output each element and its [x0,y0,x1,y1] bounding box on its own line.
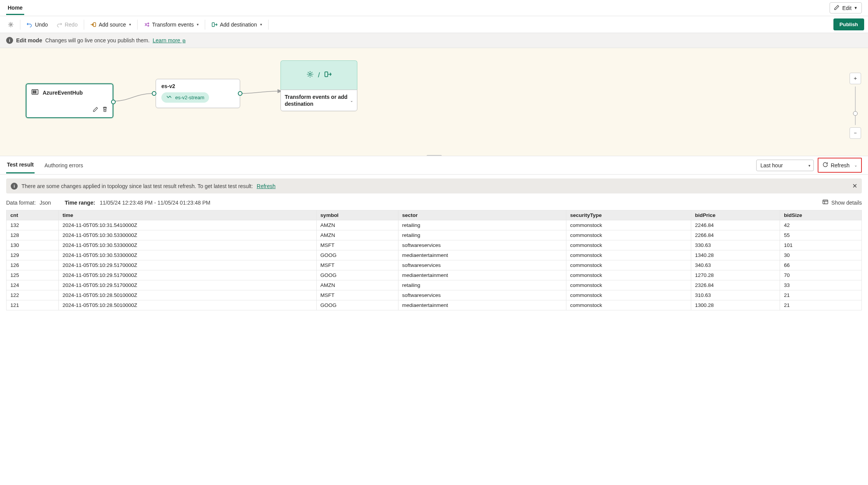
node-output-port[interactable] [238,91,242,96]
zoom-in-button[interactable]: ＋ [850,73,861,84]
table-cell: 2024-11-05T05:10:30.5330000Z [58,250,316,260]
table-cell: commonstock [566,290,691,300]
gear-icon [306,70,314,80]
chevron-down-icon[interactable]: ⌄ [350,98,353,103]
table-cell: 2024-11-05T05:10:31.5410000Z [58,220,316,230]
table-cell: GOOG [316,270,398,280]
table-cell: 2024-11-05T05:10:28.5010000Z [58,300,316,310]
svg-rect-13 [823,200,828,204]
table-cell: softwareservices [398,260,566,270]
undo-button[interactable]: Undo [23,19,51,30]
table-cell: MSFT [316,290,398,300]
svg-rect-6 [32,90,38,94]
zoom-thumb[interactable] [853,111,858,116]
node-stream-esv2[interactable]: es-v2 es-v2-stream [156,79,240,108]
separator [268,20,269,30]
edit-dropdown[interactable]: Edit ▼ [830,2,862,13]
results-panel: Test result Authoring errors Last hour R… [0,156,868,485]
svg-point-11 [309,73,312,75]
add-source-button[interactable]: Add source ▾ [86,19,135,30]
node-source-azureeventhub[interactable]: AzureEventHub [26,83,113,118]
tab-authoring-errors[interactable]: Authoring errors [44,158,84,173]
top-tab-bar: Home Edit ▼ [0,0,868,16]
publish-button[interactable]: Publish [833,18,864,30]
table-cell: 33 [780,280,862,290]
table-row[interactable]: 1222024-11-05T05:10:28.5010000ZMSFTsoftw… [7,290,862,300]
edit-dropdown-label: Edit [842,5,851,11]
add-source-label: Add source [99,22,126,28]
eventhub-icon [31,88,39,97]
table-cell: commonstock [566,230,691,240]
resize-handle[interactable] [427,155,442,156]
svg-rect-4 [212,23,214,27]
node-destination-placeholder[interactable]: / Transform events or add destination ⌄ [280,60,357,111]
infobar-message: Changes will go live once you publish th… [45,37,150,43]
table-row[interactable]: 1212024-11-05T05:10:28.5010000ZGOOGmedia… [7,300,862,310]
column-header[interactable]: symbol [316,210,398,220]
table-cell: 2024-11-05T05:10:29.5170000Z [58,270,316,280]
table-row[interactable]: 1322024-11-05T05:10:31.5410000ZAMZNretai… [7,220,862,230]
settings-button[interactable] [4,19,18,30]
time-range-select[interactable]: Last hour [756,160,814,171]
svg-rect-12 [325,72,328,77]
info-icon: i [6,37,13,44]
node-output-port[interactable] [111,100,116,104]
alert-close-button[interactable]: ✕ [852,182,857,190]
table-cell: commonstock [566,260,691,270]
svg-rect-9 [35,91,36,92]
zoom-out-button[interactable]: － [850,127,861,139]
tab-test-result[interactable]: Test result [6,157,35,173]
table-cell: 132 [7,220,59,230]
show-details-button[interactable]: Show details [822,199,862,206]
table-cell: 1340.28 [691,250,780,260]
details-icon [822,199,828,206]
table-cell: AMZN [316,230,398,240]
topology-canvas[interactable]: AzureEventHub es-v2 [0,48,868,156]
toolbar: Undo Redo Add source ▾ Transform events … [0,16,868,33]
node-input-port[interactable] [152,91,156,96]
data-format-value: Json [40,200,51,206]
delete-node-button[interactable] [102,106,108,113]
table-cell: MSFT [316,240,398,250]
table-cell: 126 [7,260,59,270]
add-destination-button[interactable]: Add destination ▾ [207,19,266,30]
column-header[interactable]: time [58,210,316,220]
column-header[interactable]: securityType [566,210,691,220]
table-cell: commonstock [566,280,691,290]
results-table: cnttimesymbolsectorsecurityTypebidPriceb… [6,210,862,310]
table-row[interactable]: 1302024-11-05T05:10:30.5330000ZMSFTsoftw… [7,240,862,250]
table-cell: 70 [780,270,862,280]
alert-refresh-link[interactable]: Refresh [257,183,276,189]
table-row[interactable]: 1262024-11-05T05:10:29.5170000ZMSFTsoftw… [7,260,862,270]
table-cell: retailing [398,280,566,290]
learn-more-link[interactable]: Learn more ⧉ [153,37,185,43]
transform-events-button[interactable]: Transform events ▾ [140,19,202,30]
gear-icon [8,22,14,28]
table-row[interactable]: 1282024-11-05T05:10:30.5330000ZAMZNretai… [7,230,862,240]
table-cell: 2024-11-05T05:10:28.5010000Z [58,290,316,300]
column-header[interactable]: sector [398,210,566,220]
edit-node-button[interactable] [93,106,99,113]
column-header[interactable]: bidSize [780,210,862,220]
stream-pill[interactable]: es-v2-stream [161,92,209,103]
table-row[interactable]: 1252024-11-05T05:10:29.5170000ZGOOGmedia… [7,270,862,280]
table-cell: 2266.84 [691,230,780,240]
table-cell: AMZN [316,280,398,290]
table-row[interactable]: 1242024-11-05T05:10:29.5170000ZAMZNretai… [7,280,862,290]
zoom-slider[interactable] [855,87,856,125]
table-cell: 101 [780,240,862,250]
svg-point-0 [10,23,12,25]
refresh-button[interactable]: Refresh [821,160,851,170]
column-header[interactable]: cnt [7,210,59,220]
results-table-wrap[interactable]: cnttimesymbolsectorsecurityTypebidPriceb… [0,210,868,485]
tab-home[interactable]: Home [6,1,24,15]
stream-icon [166,94,172,101]
table-cell: commonstock [566,270,691,280]
table-cell: softwareservices [398,240,566,250]
svg-rect-10 [35,92,36,93]
refresh-split-button[interactable]: ⌄ [853,162,859,169]
table-cell: 21 [780,290,862,300]
table-row[interactable]: 1292024-11-05T05:10:30.5330000ZGOOGmedia… [7,250,862,260]
refresh-label: Refresh [831,162,850,168]
column-header[interactable]: bidPrice [691,210,780,220]
